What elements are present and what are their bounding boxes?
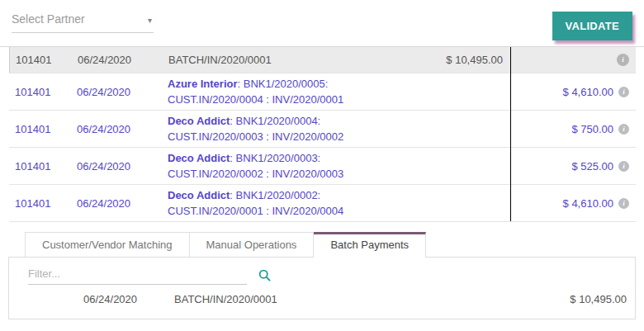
line-amount: $ 750.00 (571, 123, 613, 135)
validate-button[interactable]: VALIDATE (552, 12, 632, 40)
batch-payment-row[interactable]: 06/24/2020 BATCH/IN/2020/0001 $ 10,495.0… (9, 286, 635, 311)
caret-down-icon: ▾ (148, 16, 152, 25)
info-icon[interactable]: i (618, 161, 629, 172)
info-icon[interactable]: i (618, 87, 629, 97)
line-date: 06/24/2020 (77, 86, 168, 98)
batch-label: BATCH/IN/2020/0001 (174, 293, 570, 305)
line-reference: : BNK1/2020/0002: (230, 189, 320, 201)
info-icon[interactable]: i (618, 198, 629, 209)
line-amount: $ 4,610.00 (563, 197, 613, 210)
filter-input[interactable] (28, 266, 247, 285)
account-code: 101401 (9, 86, 77, 98)
line-date: 06/24/2020 (77, 160, 168, 173)
line-label: Deco Addict: BNK1/2020/0004: CUST.IN/202… (168, 113, 510, 144)
amount-column-divider (510, 47, 511, 221)
tab-batch-payments[interactable]: Batch Payments (314, 232, 426, 258)
line-reference-2: CUST.IN/2020/0001 : INV/2020/0004 (168, 203, 510, 219)
tab-manual-operations[interactable]: Manual Operations (190, 232, 315, 257)
statement-date: 06/24/2020 (78, 54, 168, 66)
reconciliation-line-row[interactable]: 101401 06/24/2020 Deco Addict: BNK1/2020… (9, 110, 636, 147)
line-amount: $ 525.00 (571, 160, 613, 173)
tab-customer-vendor-matching[interactable]: Customer/Vendor Matching (25, 232, 190, 257)
line-reference: : BNK1/2020/0004: (230, 115, 320, 127)
account-code: 101401 (10, 54, 78, 66)
reconciliation-table: 101401 06/24/2020 BATCH/IN/2020/0001 $ 1… (9, 47, 636, 222)
line-reference: : BNK1/2020/0005: (238, 78, 329, 90)
reconciliation-tabs: Customer/Vendor Matching Manual Operatio… (8, 232, 636, 258)
reconciliation-toolbar: Select Partner ▾ VALIDATE (0, 0, 644, 47)
select-partner-dropdown[interactable]: Select Partner ▾ (12, 11, 154, 33)
line-date: 06/24/2020 (77, 197, 168, 210)
line-label: Deco Addict: BNK1/2020/0003: CUST.IN/202… (168, 150, 510, 182)
line-amount: $ 4,610.00 (563, 86, 613, 98)
statement-line-row: 101401 06/24/2020 BATCH/IN/2020/0001 $ 1… (9, 47, 636, 73)
line-reference: : BNK1/2020/0003: (230, 152, 320, 164)
reconciliation-line-row[interactable]: 101401 06/24/2020 Deco Addict: BNK1/2020… (9, 147, 636, 184)
statement-amount: $ 10,495.00 (403, 54, 510, 66)
info-icon[interactable]: i (618, 124, 629, 135)
partner-name: Azure Interior (168, 78, 238, 90)
partner-name: Deco Addict (168, 189, 230, 201)
batch-date: 06/24/2020 (83, 293, 174, 305)
batch-amount: $ 10,495.00 (570, 293, 635, 305)
line-label: Deco Addict: BNK1/2020/0002: CUST.IN/202… (168, 187, 510, 219)
select-partner-placeholder: Select Partner (12, 12, 85, 26)
line-reference-2: CUST.IN/2020/0003 : INV/2020/0002 (168, 129, 510, 144)
line-reference-2: CUST.IN/2020/0002 : INV/2020/0003 (168, 166, 510, 182)
batch-payments-panel: 06/24/2020 BATCH/IN/2020/0001 $ 10,495.0… (8, 258, 636, 319)
reconciliation-line-row[interactable]: 101401 06/24/2020 Deco Addict: BNK1/2020… (9, 184, 636, 221)
line-date: 06/24/2020 (77, 123, 168, 135)
account-code: 101401 (9, 197, 77, 210)
search-icon[interactable] (258, 269, 271, 281)
info-icon[interactable]: i (617, 54, 629, 66)
account-code: 101401 (9, 123, 77, 135)
line-reference-2: CUST.IN/2020/0004 : INV/2020/0001 (168, 92, 510, 107)
partner-name: Deco Addict (168, 152, 230, 164)
statement-label: BATCH/IN/2020/0001 (168, 52, 403, 68)
line-label: Azure Interior: BNK1/2020/0005: CUST.IN/… (168, 76, 510, 107)
reconciliation-line-row[interactable]: 101401 06/24/2020 Azure Interior: BNK1/2… (9, 73, 636, 110)
partner-name: Deco Addict (168, 115, 230, 127)
account-code: 101401 (9, 160, 77, 173)
